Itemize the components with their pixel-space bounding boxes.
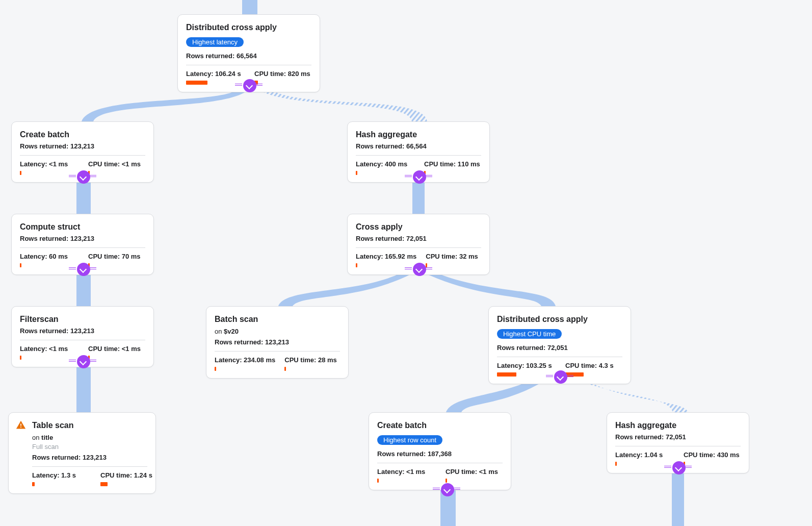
node-subnote: Full scan (32, 442, 147, 452)
node-title: Hash aggregate (615, 420, 741, 431)
cpu-metric: CPU time: <1 ms (446, 467, 505, 483)
rows-returned: Rows returned: 123,213 (215, 338, 340, 346)
node-title: Distributed cross apply (186, 22, 311, 33)
edge-n11-out (672, 466, 684, 526)
node-table-scan[interactable]: Table scan on title Full scan Rows retur… (8, 412, 156, 494)
latency-bar (186, 81, 207, 85)
cpu-metric: CPU time: 32 ms (426, 252, 485, 267)
node-title: Cross apply (356, 221, 481, 233)
cpu-metric: CPU time: 28 ms (284, 356, 344, 371)
latency-metric: Latency: <1 ms (20, 160, 79, 175)
node-title: Create batch (377, 420, 503, 431)
cpu-metric: CPU time: <1 ms (88, 344, 147, 360)
node-title: Table scan (32, 420, 147, 431)
warning-icon (16, 420, 26, 430)
divider (377, 463, 503, 463)
badge-highest-cpu: Highest CPU time (497, 329, 562, 339)
cpu-metric: CPU time: 70 ms (88, 252, 147, 267)
expand-toggle-n1[interactable] (243, 79, 256, 92)
divider (215, 351, 340, 352)
latency-metric: Latency: <1 ms (20, 344, 79, 360)
divider (186, 65, 311, 65)
badge-highest-latency: Highest latency (186, 37, 244, 47)
expand-toggle-n8[interactable] (554, 370, 567, 384)
expand-toggle-n4[interactable] (77, 263, 90, 276)
divider (356, 155, 481, 156)
query-plan-canvas[interactable]: { "texts": { "on": "on", "rows_label": "… (0, 0, 812, 526)
expand-toggle-n10[interactable] (441, 483, 454, 496)
latency-metric: Latency: 234.08 ms (215, 356, 275, 371)
node-title: Hash aggregate (356, 129, 481, 140)
divider (356, 247, 481, 248)
edge-in-n1 (242, 0, 257, 14)
expand-toggle-n6[interactable] (77, 355, 90, 368)
rows-returned: Rows returned: 72,051 (497, 344, 622, 352)
latency-metric: Latency: <1 ms (377, 467, 436, 483)
rows-returned: Rows returned: 123,213 (20, 142, 145, 150)
divider (20, 340, 145, 340)
latency-metric: Latency: 103.25 s (497, 361, 556, 377)
node-title: Batch scan (215, 314, 340, 325)
divider (20, 247, 145, 248)
cpu-metric: CPU time: 430 ms (684, 450, 743, 466)
latency-metric: Latency: 165.92 ms (356, 252, 416, 267)
node-title: Filterscan (20, 314, 145, 325)
divider (20, 155, 145, 156)
latency-metric: Latency: 106.24 s (186, 69, 245, 85)
node-on: on title (32, 433, 147, 442)
cpu-metric: CPU time: 1.24 s (100, 471, 160, 486)
latency-metric: Latency: 1.3 s (32, 471, 91, 486)
rows-returned: Rows returned: 72,051 (356, 235, 481, 242)
node-title: Compute struct (20, 221, 145, 233)
rows-returned: Rows returned: 187,368 (377, 450, 503, 458)
cpu-metric: CPU time: 820 ms (254, 69, 313, 85)
node-on: on $v20 (215, 327, 340, 336)
expand-toggle-n5[interactable] (413, 263, 426, 276)
divider (32, 466, 147, 467)
node-title: Distributed cross apply (497, 314, 622, 325)
node-batch-scan[interactable]: Batch scan on $v20 Rows returned: 123,21… (206, 306, 349, 379)
latency-metric: Latency: 60 ms (20, 252, 79, 267)
badge-highest-rows: Highest row count (377, 435, 442, 445)
rows-returned: Rows returned: 72,051 (615, 433, 741, 441)
latency-metric: Latency: 1.04 s (615, 450, 674, 466)
rows-returned: Rows returned: 123,213 (20, 235, 145, 242)
expand-toggle-n3[interactable] (413, 170, 426, 184)
rows-returned: Rows returned: 66,564 (356, 142, 481, 150)
node-create-batch-right[interactable]: Create batch Highest row count Rows retu… (369, 412, 511, 490)
latency-metric: Latency: 400 ms (356, 160, 415, 175)
cpu-metric: CPU time: 110 ms (424, 160, 483, 175)
cpu-metric: CPU time: <1 ms (88, 160, 147, 175)
rows-returned: Rows returned: 123,213 (32, 454, 147, 461)
divider (615, 446, 741, 446)
expand-toggle-n2[interactable] (77, 170, 90, 184)
node-title: Create batch (20, 129, 145, 140)
cpu-metric: CPU time: 4.3 s (565, 361, 624, 377)
divider (497, 357, 622, 357)
rows-returned: Rows returned: 66,564 (186, 52, 311, 60)
rows-returned: Rows returned: 123,213 (20, 327, 145, 335)
expand-toggle-n11[interactable] (672, 461, 686, 474)
